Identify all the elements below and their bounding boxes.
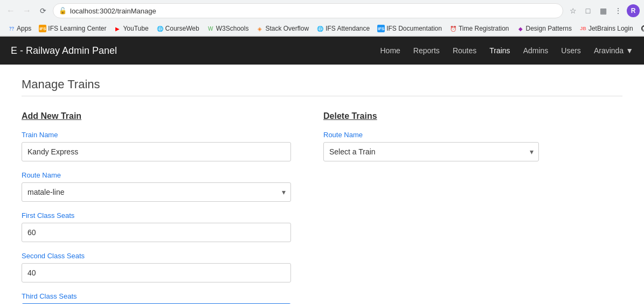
github-icon: [641, 25, 644, 32]
bookmark-w3schools[interactable]: W W3Schools: [204, 24, 252, 33]
second-class-input[interactable]: [22, 263, 291, 282]
nav-user-chevron-icon: ▼: [626, 46, 633, 55]
reload-button[interactable]: ⟳: [37, 4, 50, 17]
first-class-input[interactable]: [22, 223, 291, 242]
bookmark-w3schools-label: W3Schools: [216, 25, 249, 32]
bookmark-time-reg-label: Time Registration: [459, 25, 509, 32]
bookmark-design-patterns-label: Design Patterns: [526, 25, 572, 32]
bookmark-courseweb[interactable]: 🌐 CourseWeb: [153, 24, 203, 33]
add-train-section: Add New Train Train Name Route Name mata…: [22, 111, 291, 304]
address-bar[interactable]: 🔓 localhost:3002/trainManage: [53, 3, 563, 18]
bookmark-ifs-attendance[interactable]: 🌐 IFS Attendance: [313, 24, 373, 33]
nav-home[interactable]: Home: [380, 46, 400, 55]
browser-toolbar: ← → ⟳ 🔓 localhost:3002/trainManage ☆ □ ▦…: [0, 0, 644, 22]
nav-admins[interactable]: Admins: [523, 46, 549, 55]
bookmark-design-patterns[interactable]: ◆ Design Patterns: [514, 24, 575, 33]
time-reg-icon: ⏰: [449, 25, 457, 32]
second-class-group: Second Class Seats: [22, 252, 291, 282]
page-title: Manage Trains: [22, 77, 622, 91]
address-lock-icon: 🔓: [59, 7, 67, 15]
nav-user-menu[interactable]: Aravinda ▼: [594, 46, 633, 55]
bookmark-jetbrains[interactable]: JB JetBrains Login: [576, 24, 636, 33]
apps-icon: ⁇: [8, 25, 15, 32]
train-name-group: Train Name: [22, 131, 291, 161]
nav-trains[interactable]: Trains: [489, 46, 510, 55]
route-name-select[interactable]: matale-line colombo-line kandy-line gall…: [22, 182, 291, 202]
nav-user-name: Aravinda: [594, 46, 624, 55]
w3schools-icon: W: [207, 25, 214, 32]
app-navbar: E - Railway Admin Panel Home Reports Rou…: [0, 37, 644, 65]
stackoverflow-icon: ◈: [256, 25, 264, 32]
delete-select-wrapper: Select a Train: [323, 142, 539, 161]
youtube-icon: ▶: [114, 25, 121, 32]
second-class-label: Second Class Seats: [22, 252, 291, 260]
design-patterns-icon: ◆: [517, 25, 524, 32]
train-name-input[interactable]: [22, 142, 291, 161]
ifs-doc-icon: IFS: [377, 25, 385, 32]
forward-button[interactable]: →: [20, 4, 33, 17]
nav-reports[interactable]: Reports: [413, 46, 440, 55]
jetbrains-icon: JB: [579, 25, 587, 32]
bookmark-apps-label: Apps: [17, 25, 31, 32]
bookmark-time-reg[interactable]: ⏰ Time Registration: [446, 24, 513, 33]
bookmark-youtube[interactable]: ▶ YouTube: [110, 24, 151, 33]
bookmark-ifs-label: IFS Learning Center: [48, 25, 106, 32]
bookmark-stackoverflow-label: Stack Overflow: [265, 25, 309, 32]
delete-train-section: Delete Trains Route Name Select a Train: [323, 111, 539, 304]
star-button[interactable]: ☆: [566, 4, 579, 17]
route-select-wrapper: matale-line colombo-line kandy-line gall…: [22, 182, 291, 202]
route-name-label: Route Name: [22, 171, 291, 179]
nav-links: Home Reports Routes Trains Admins Users …: [380, 46, 633, 55]
first-class-label: First Class Seats: [22, 211, 291, 220]
browser-actions: ☆ □ ▦ ⋮ R: [566, 4, 640, 17]
ifs-attendance-icon: 🌐: [316, 25, 324, 32]
delete-route-group: Route Name Select a Train: [323, 131, 539, 161]
delete-train-title: Delete Trains: [323, 111, 539, 121]
back-button[interactable]: ←: [4, 4, 17, 17]
train-name-label: Train Name: [22, 131, 291, 139]
delete-route-label: Route Name: [323, 131, 539, 139]
more-button[interactable]: ⋮: [612, 4, 625, 17]
bookmark-ifs-doc-label: IFS Documentation: [386, 25, 442, 32]
route-name-group: Route Name matale-line colombo-line kand…: [22, 171, 291, 202]
third-class-group: Third Class Seats: [22, 292, 291, 304]
app-title: E - Railway Admin Panel: [11, 45, 117, 56]
bookmark-youtube-label: YouTube: [123, 25, 148, 32]
bookmark-ifs[interactable]: IFS IFS Learning Center: [36, 24, 109, 33]
nav-routes[interactable]: Routes: [453, 46, 476, 55]
bookmark-stackoverflow[interactable]: ◈ Stack Overflow: [253, 24, 312, 33]
cast-button[interactable]: ▦: [597, 4, 610, 17]
browser-chrome: ← → ⟳ 🔓 localhost:3002/trainManage ☆ □ ▦…: [0, 0, 644, 37]
page-divider: [22, 96, 622, 96]
bookmarks-bar: ⁇ Apps IFS IFS Learning Center ▶ YouTube…: [0, 22, 644, 36]
bookmark-github[interactable]: GitHub: [638, 24, 644, 33]
third-class-label: Third Class Seats: [22, 292, 291, 300]
bookmark-apps[interactable]: ⁇ Apps: [4, 24, 34, 33]
courseweb-icon: 🌐: [156, 25, 164, 32]
nav-users[interactable]: Users: [561, 46, 581, 55]
address-url: localhost:3002/trainManage: [70, 7, 156, 15]
extension-button[interactable]: □: [581, 4, 594, 17]
forms-container: Add New Train Train Name Route Name mata…: [22, 111, 622, 304]
bookmark-ifs-doc[interactable]: IFS IFS Documentation: [374, 24, 445, 33]
bookmark-jetbrains-label: JetBrains Login: [588, 25, 633, 32]
delete-train-select[interactable]: Select a Train: [323, 142, 539, 161]
add-train-title: Add New Train: [22, 111, 291, 121]
bookmark-courseweb-label: CourseWeb: [165, 25, 199, 32]
first-class-group: First Class Seats: [22, 211, 291, 242]
user-avatar[interactable]: R: [627, 4, 640, 17]
page-content: Manage Trains Add New Train Train Name R…: [0, 65, 644, 304]
ifs-icon: IFS: [39, 25, 46, 32]
bookmark-ifs-attendance-label: IFS Attendance: [326, 25, 370, 32]
